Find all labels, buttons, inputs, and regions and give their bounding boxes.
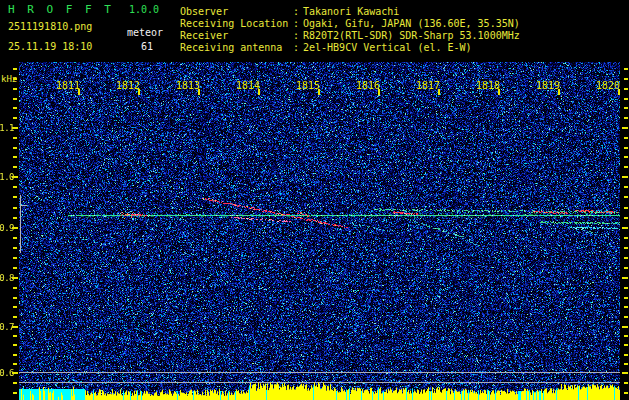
time-tick — [318, 89, 320, 95]
freq-tick-left — [13, 147, 17, 149]
station-row: Receiving antenna:2el-HB9CV Vertical (el… — [180, 42, 520, 54]
freq-tick-left — [13, 335, 17, 337]
time-tick — [438, 89, 440, 95]
freq-tick-left — [13, 392, 17, 394]
station-colon: : — [293, 18, 303, 30]
station-row: Receiving Location:Ogaki, Gifu, JAPAN (1… — [180, 18, 520, 30]
station-label: Receiving Location — [180, 18, 293, 30]
freq-tick-left — [13, 297, 17, 299]
freq-tick-left — [13, 257, 17, 259]
freq-tick-left — [13, 117, 17, 119]
file-name: 2511191810.png — [8, 21, 92, 32]
echo-count: 61 — [141, 41, 153, 52]
freq-tick-right — [624, 237, 628, 239]
freq-tick-left — [13, 354, 17, 356]
freq-tick-right — [622, 372, 628, 374]
freq-tick-left — [13, 207, 17, 209]
freq-tick-right — [624, 98, 628, 100]
spectrogram-panel: kHz 1.11.00.90.80.70.6 18111812181318141… — [0, 62, 629, 400]
freq-tick-left — [13, 344, 17, 346]
freq-tick-left — [13, 78, 17, 80]
freq-tick-right — [624, 156, 628, 158]
freq-tick-right — [622, 277, 628, 279]
freq-tick-left — [13, 68, 17, 70]
freq-tick-right — [624, 166, 628, 168]
freq-tick-right — [624, 217, 628, 219]
freq-tick-left — [12, 176, 18, 178]
freq-tick-left — [13, 287, 17, 289]
freq-tick-left — [12, 326, 18, 328]
station-value: Ogaki, Gifu, JAPAN (136.60E, 35.35N) — [303, 18, 520, 30]
freq-tick-right — [624, 207, 628, 209]
freq-tick-right — [622, 127, 628, 129]
station-colon: : — [293, 42, 303, 54]
freq-tick-left — [13, 156, 17, 158]
station-row: Receiver:R820T2(RTL-SDR) SDR-Sharp 53.10… — [180, 30, 520, 42]
station-info: Observer:Takanori KawachiReceiving Locat… — [180, 6, 520, 54]
spectrogram-canvas — [19, 62, 620, 400]
station-label: Receiver — [180, 30, 293, 42]
freq-tick-left — [13, 316, 17, 318]
time-tick — [378, 89, 380, 95]
station-colon: : — [293, 30, 303, 42]
freq-tick-right — [624, 147, 628, 149]
freq-tick-right — [624, 287, 628, 289]
freq-tick-right — [622, 326, 628, 328]
freq-tick-left — [13, 186, 17, 188]
freq-tick-left — [13, 137, 17, 139]
freq-tick-left — [13, 382, 17, 384]
freq-tick-right — [624, 68, 628, 70]
time-tick — [258, 89, 260, 95]
freq-tick-right — [624, 267, 628, 269]
freq-tick-right — [624, 316, 628, 318]
station-value: R820T2(RTL-SDR) SDR-Sharp 53.1000MHz — [303, 30, 520, 42]
freq-tick-left — [12, 227, 18, 229]
freq-tick-left — [13, 98, 17, 100]
time-tick — [138, 89, 140, 95]
station-row: Observer:Takanori Kawachi — [180, 6, 520, 18]
freq-tick-left — [13, 267, 17, 269]
freq-tick-left — [12, 277, 18, 279]
freq-tick-right — [624, 107, 628, 109]
time-tick — [498, 89, 500, 95]
datetime: 25.11.19 18:10 — [8, 41, 92, 52]
freq-tick-right — [624, 78, 628, 80]
freq-tick-right — [624, 186, 628, 188]
freq-tick-left — [13, 306, 17, 308]
freq-tick-left — [12, 372, 18, 374]
freq-tick-right — [624, 392, 628, 394]
freq-tick-left — [13, 88, 17, 90]
app-title: H R O F F T — [8, 3, 114, 16]
freq-tick-right — [624, 363, 628, 365]
freq-tick-right — [624, 306, 628, 308]
freq-tick-right — [622, 227, 628, 229]
freq-tick-right — [624, 117, 628, 119]
time-tick — [78, 89, 80, 95]
freq-tick-right — [624, 354, 628, 356]
freq-tick-left — [13, 107, 17, 109]
freq-tick-left — [13, 363, 17, 365]
time-tick — [558, 89, 560, 95]
station-colon: : — [293, 6, 303, 18]
station-label: Observer — [180, 6, 293, 18]
time-tick — [618, 89, 620, 95]
app-version: 1.0.0 — [129, 4, 159, 15]
freq-tick-right — [624, 247, 628, 249]
freq-tick-left — [13, 237, 17, 239]
freq-tick-right — [624, 297, 628, 299]
freq-tick-left — [13, 217, 17, 219]
freq-tick-right — [624, 257, 628, 259]
freq-tick-left — [13, 247, 17, 249]
freq-tick-right — [622, 176, 628, 178]
freq-tick-right — [624, 88, 628, 90]
mode-label: meteor — [127, 27, 163, 38]
station-label: Receiving antenna — [180, 42, 293, 54]
time-tick — [198, 89, 200, 95]
station-value: 2el-HB9CV Vertical (el. E-W) — [303, 42, 472, 54]
freq-tick-right — [624, 196, 628, 198]
freq-tick-left — [12, 127, 18, 129]
freq-tick-right — [624, 382, 628, 384]
hrofft-screen: H R O F F T 1.0.0 2511191810.png meteor … — [0, 0, 629, 400]
freq-tick-left — [13, 196, 17, 198]
freq-tick-right — [624, 344, 628, 346]
